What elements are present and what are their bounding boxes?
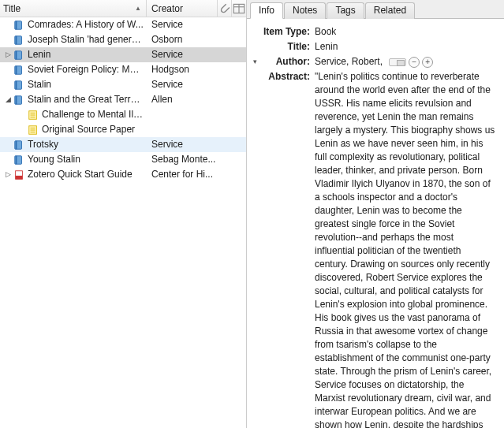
svg-rect-26 [16, 155, 17, 164]
column-picker-icon [232, 2, 246, 16]
svg-rect-6 [16, 35, 17, 44]
tree-row[interactable]: StalinService [0, 77, 246, 92]
column-picker[interactable] [232, 0, 246, 17]
detail-body: Item Type: Book Title: Lenin ▾ Author: S… [247, 19, 504, 428]
author-controls: − + [389, 57, 433, 68]
item-creator: Hodgson [147, 62, 246, 77]
tab-related[interactable]: Related [365, 2, 415, 19]
item-title: Comrades: A History of W... [28, 17, 144, 32]
item-creator: Center for Hi... [147, 167, 246, 182]
book-icon [13, 94, 25, 106]
tree-row[interactable]: Soviet Foreign Policy: Men...Hodgson [0, 62, 246, 77]
item-creator: Osborn [147, 32, 246, 47]
svg-rect-10 [16, 65, 17, 74]
item-creator: Service [147, 17, 246, 32]
sort-indicator-icon: ▲ [135, 5, 141, 12]
item-creator: Service [147, 47, 246, 62]
note-icon [27, 124, 39, 136]
svg-rect-8 [16, 50, 17, 59]
item-title: Zotero Quick Start Guide [28, 167, 133, 182]
item-title: Stalin and the Great Terror... [28, 92, 144, 107]
detail-tabs: InfoNotesTagsRelated [247, 0, 504, 19]
author-value[interactable]: Service, Robert, [315, 55, 383, 69]
tree-row[interactable]: Comrades: A History of W...Service [0, 17, 246, 32]
tree-row[interactable]: Young StalinSebag Monte... [0, 152, 246, 167]
item-title: Trotsky [28, 137, 58, 152]
column-creator-label: Creator [151, 3, 183, 14]
tree-row[interactable]: ◢Stalin and the Great Terror...Allen [0, 92, 246, 107]
author-mode-toggle[interactable] [389, 58, 406, 66]
item-creator: Service [147, 137, 246, 152]
column-header-attachment[interactable] [218, 0, 232, 17]
item-title: Original Source Paper [42, 122, 135, 137]
item-tree[interactable]: Comrades: A History of W...ServiceJoseph… [0, 17, 246, 428]
abstract-value[interactable]: "Lenin's politics continue to reverberat… [315, 70, 496, 428]
twisty-icon[interactable]: ▷ [3, 47, 13, 62]
svg-rect-28 [16, 175, 23, 178]
column-header-creator[interactable]: Creator [147, 0, 218, 17]
title-label: Title: [253, 40, 315, 54]
svg-rect-4 [16, 20, 17, 29]
item-type-value[interactable]: Book [315, 25, 496, 39]
tree-row[interactable]: ▷LeninService [0, 47, 246, 62]
tree-row[interactable]: Challenge to Mental Illn... [0, 107, 246, 122]
book-icon [13, 49, 25, 61]
item-title: Lenin [28, 47, 50, 62]
author-remove-button[interactable]: − [409, 57, 420, 68]
twisty-icon[interactable]: ◢ [3, 92, 13, 107]
tab-notes[interactable]: Notes [284, 2, 326, 19]
item-title: Soviet Foreign Policy: Men... [28, 62, 144, 77]
tree-row[interactable]: Original Source Paper [0, 122, 246, 137]
book-icon [13, 34, 25, 47]
item-list-pane: Title ▲ Creator Comrades: A History of W… [0, 0, 247, 428]
tree-row[interactable]: Joseph Stalin 'had generati...Osborn [0, 32, 246, 47]
tree-row[interactable]: ▷Zotero Quick Start GuideCenter for Hi..… [0, 167, 246, 182]
item-detail-pane: InfoNotesTagsRelated Item Type: Book Tit… [247, 0, 504, 428]
author-label: Author: [261, 55, 315, 69]
book-icon [13, 139, 25, 151]
tree-row[interactable]: TrotskyService [0, 137, 246, 152]
column-header-title[interactable]: Title ▲ [0, 0, 147, 17]
column-headers: Title ▲ Creator [0, 0, 246, 17]
item-title: Challenge to Mental Illn... [42, 107, 144, 122]
svg-rect-12 [16, 80, 17, 89]
book-icon [13, 19, 25, 32]
tab-tags[interactable]: Tags [327, 2, 364, 19]
tab-info[interactable]: Info [250, 2, 283, 19]
item-title: Young Stalin [28, 152, 80, 167]
note-icon [27, 109, 39, 121]
abstract-label: Abstract: [253, 70, 315, 84]
twisty-icon[interactable]: ▷ [3, 167, 13, 182]
book-icon [13, 154, 25, 166]
item-title: Stalin [28, 77, 51, 92]
column-title-label: Title [3, 3, 21, 14]
author-expand-icon[interactable]: ▾ [253, 55, 261, 69]
pdf-icon [13, 169, 25, 181]
item-creator: Sebag Monte... [147, 152, 246, 167]
svg-rect-24 [16, 140, 17, 149]
item-type-label: Item Type: [253, 25, 315, 39]
item-creator: Service [147, 77, 246, 92]
book-icon [13, 64, 25, 76]
svg-rect-14 [16, 95, 17, 104]
item-creator: Allen [147, 92, 246, 107]
book-icon [13, 79, 25, 91]
author-add-button[interactable]: + [422, 57, 433, 68]
title-value[interactable]: Lenin [315, 40, 496, 54]
item-title: Joseph Stalin 'had generati... [28, 32, 144, 47]
paperclip-icon [218, 2, 231, 15]
